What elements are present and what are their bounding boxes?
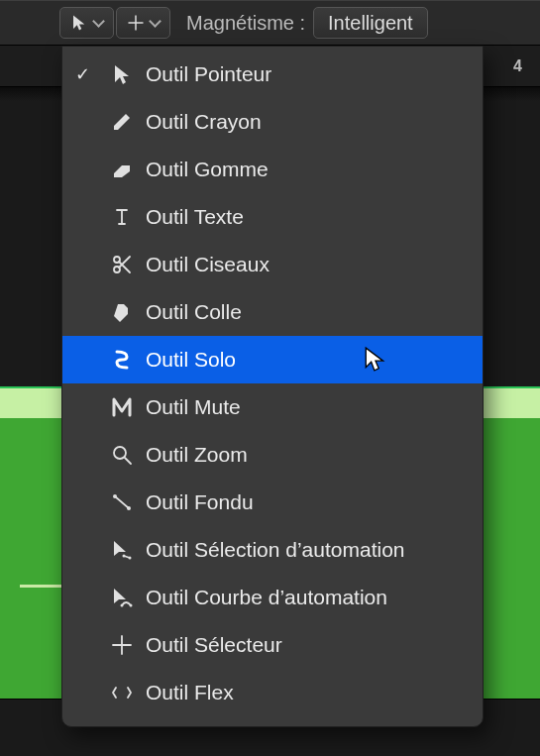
- menu-item-outil-crayon[interactable]: Outil Crayon: [62, 98, 483, 146]
- autocurve-icon: [102, 586, 142, 609]
- menu-item-label: Outil Crayon: [142, 110, 262, 134]
- menu-item-label: Outil Colle: [142, 300, 242, 324]
- crosshair-icon: [127, 14, 145, 32]
- menu-item-check: ✓: [62, 63, 102, 85]
- menu-item-label: Outil Courbe d’automation: [142, 586, 387, 609]
- left-tool-button[interactable]: [59, 7, 114, 39]
- toolbar: Magnétisme : Intelligent: [0, 0, 540, 46]
- chevron-down-icon: [92, 15, 105, 28]
- menu-item-outil-solo[interactable]: Outil Solo: [62, 336, 483, 383]
- menu-item-outil-ciseaux[interactable]: Outil Ciseaux: [62, 241, 483, 288]
- menu-item-outil-zoom[interactable]: Outil Zoom: [62, 431, 483, 479]
- zoom-icon: [102, 443, 142, 467]
- glue-icon: [102, 300, 142, 324]
- menu-item-outil-pointeur[interactable]: ✓Outil Pointeur: [62, 51, 483, 98]
- pointer-icon: [70, 14, 88, 32]
- mute-icon: [102, 395, 142, 419]
- menu-item-outil-fondu[interactable]: Outil Fondu: [62, 479, 483, 526]
- menu-item-outil-gomme[interactable]: Outil Gomme: [62, 146, 483, 193]
- svg-point-2: [114, 447, 126, 459]
- scissors-icon: [102, 253, 142, 276]
- svg-point-7: [121, 604, 124, 607]
- fade-icon: [102, 490, 142, 514]
- menu-item-label: Outil Gomme: [142, 158, 269, 181]
- tool-menu: ✓Outil PointeurOutil CrayonOutil GommeOu…: [61, 46, 484, 727]
- autosel-icon: [102, 538, 142, 562]
- menu-item-label: Outil Pointeur: [142, 62, 271, 86]
- marquee-icon: [102, 633, 142, 657]
- menu-item-label: Outil Mute: [142, 395, 241, 419]
- menu-item-outil-courbe-automation[interactable]: Outil Courbe d’automation: [62, 574, 483, 621]
- snap-label: Magnétisme :: [172, 12, 311, 35]
- menu-item-label: Outil Sélection d’automation: [142, 538, 405, 562]
- chevron-down-icon: [149, 15, 162, 28]
- menu-item-outil-mute[interactable]: Outil Mute: [62, 383, 483, 431]
- pencil-icon: [102, 110, 142, 134]
- menu-item-outil-selecteur[interactable]: Outil Sélecteur: [62, 621, 483, 669]
- menu-item-label: Outil Fondu: [142, 490, 254, 514]
- menu-item-label: Outil Solo: [142, 348, 236, 372]
- solo-icon: [102, 348, 142, 372]
- svg-point-8: [130, 604, 133, 607]
- snap-mode-dropdown[interactable]: Intelligent: [313, 7, 428, 39]
- menu-item-label: Outil Texte: [142, 205, 244, 229]
- menu-item-label: Outil Ciseaux: [142, 253, 270, 276]
- menu-item-outil-flex[interactable]: Outil Flex: [62, 669, 483, 716]
- ruler-marker: 4: [513, 57, 522, 75]
- menu-item-outil-texte[interactable]: Outil Texte: [62, 193, 483, 241]
- snap-value-text: Intelligent: [328, 12, 413, 35]
- right-tool-button[interactable]: [116, 7, 170, 39]
- menu-item-label: Outil Flex: [142, 681, 234, 704]
- menu-item-outil-colle[interactable]: Outil Colle: [62, 288, 483, 336]
- menu-item-label: Outil Sélecteur: [142, 633, 282, 657]
- text-icon: [102, 205, 142, 229]
- menu-item-outil-selection-automation[interactable]: Outil Sélection d’automation: [62, 526, 483, 574]
- eraser-icon: [102, 158, 142, 181]
- pointer-icon: [102, 62, 142, 86]
- menu-item-label: Outil Zoom: [142, 443, 248, 467]
- flex-icon: [102, 681, 142, 704]
